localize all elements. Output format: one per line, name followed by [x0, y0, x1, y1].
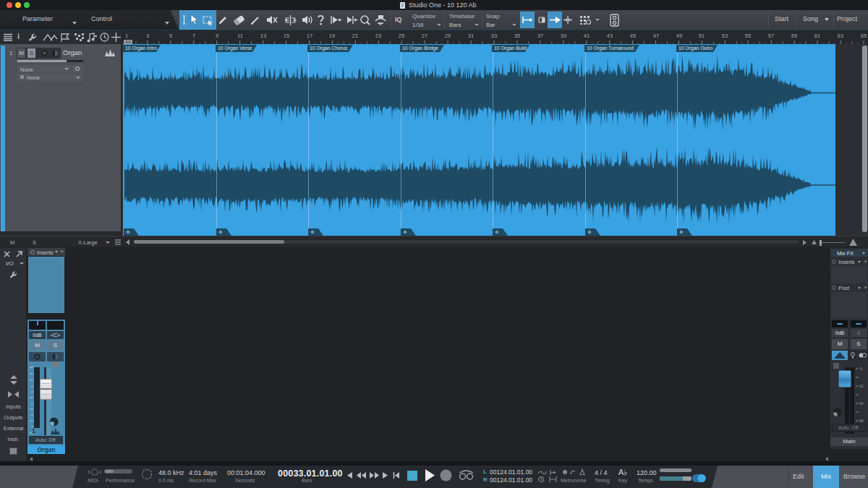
svg-text:24: 24	[859, 401, 864, 406]
svg-text:48: 48	[859, 419, 864, 423]
svg-text:12: 12	[859, 384, 864, 388]
svg-text:0: 0	[860, 367, 862, 371]
